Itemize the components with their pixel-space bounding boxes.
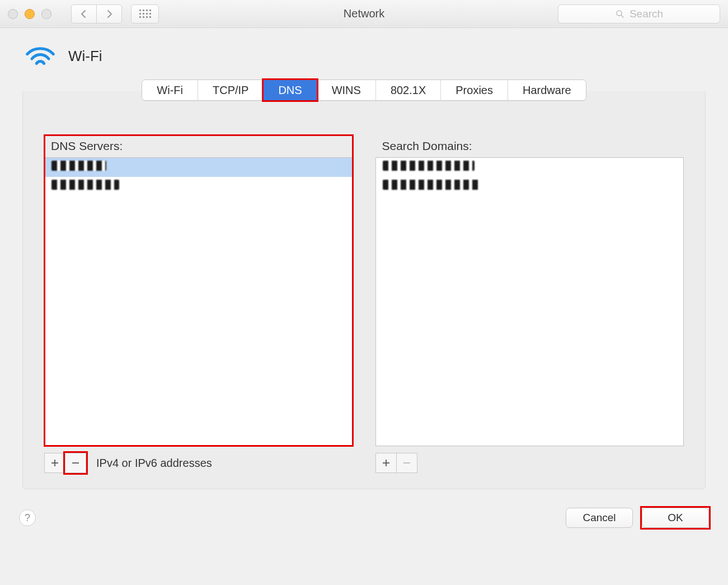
traffic-lights	[8, 9, 51, 19]
redacted-text	[383, 180, 480, 190]
search-domain-row[interactable]	[376, 177, 684, 196]
search-input[interactable]: Search	[558, 4, 720, 24]
search-placeholder: Search	[630, 8, 663, 20]
svg-point-0	[617, 11, 622, 16]
redacted-text	[383, 161, 475, 171]
dns-servers-column: DNS Servers: IPv4 or IPv6 addresses	[44, 135, 353, 473]
help-button[interactable]: ?	[19, 509, 36, 526]
search-domains-list[interactable]	[375, 157, 684, 446]
plus-icon	[50, 458, 59, 467]
search-domains-add-remove-group	[375, 453, 417, 473]
dns-servers-header: DNS Servers:	[44, 135, 353, 157]
cancel-button[interactable]: Cancel	[566, 508, 633, 528]
ok-button[interactable]: OK	[642, 508, 709, 528]
dns-panel: DNS Servers: IPv4 or IPv6 addresses	[22, 91, 706, 489]
dns-server-row[interactable]	[45, 177, 353, 196]
dns-footer-hint: IPv4 or IPv6 addresses	[96, 457, 212, 470]
dns-list-footer: IPv4 or IPv6 addresses	[44, 453, 353, 473]
back-button[interactable]	[71, 4, 97, 24]
annotation-highlight-remove-button	[63, 451, 88, 475]
tab-proxies[interactable]: Proxies	[441, 80, 508, 100]
search-domains-header: Search Domains:	[375, 135, 684, 157]
minus-icon	[71, 458, 80, 467]
tab-dns[interactable]: DNS	[264, 80, 317, 100]
add-dns-server-button[interactable]	[44, 453, 65, 473]
search-domains-footer	[375, 453, 684, 473]
redacted-text	[51, 161, 106, 171]
tab-hardware[interactable]: Hardware	[508, 80, 586, 100]
dns-add-remove-group	[44, 453, 86, 473]
segmented-tabs: Wi-FiTCP/IPDNSWINS802.1XProxiesHardware	[142, 79, 586, 101]
minimize-window-button[interactable]	[25, 9, 35, 19]
add-search-domain-button[interactable]	[375, 453, 397, 473]
tabstrip: Wi-FiTCP/IPDNSWINS802.1XProxiesHardware	[0, 79, 728, 101]
dns-server-row[interactable]	[45, 158, 353, 177]
remove-search-domain-button[interactable]	[396, 453, 417, 473]
plus-icon	[382, 458, 391, 467]
interface-name: Wi-Fi	[68, 48, 102, 65]
tab-802-1x[interactable]: 802.1X	[376, 80, 441, 100]
redacted-text	[51, 180, 119, 190]
tab-tcp-ip[interactable]: TCP/IP	[198, 80, 264, 100]
minus-icon	[402, 458, 411, 467]
search-domains-column: Search Domains:	[375, 135, 684, 473]
forward-button[interactable]	[96, 4, 122, 24]
wifi-icon	[25, 45, 56, 67]
remove-dns-server-button[interactable]	[65, 453, 86, 473]
search-domain-row[interactable]	[376, 158, 684, 177]
grid-icon	[139, 10, 151, 18]
nav-buttons	[71, 4, 159, 24]
dns-servers-list[interactable]	[44, 157, 353, 446]
tab-wins[interactable]: WINS	[317, 80, 376, 100]
svg-line-1	[621, 15, 623, 17]
titlebar: Network Search	[0, 0, 728, 28]
zoom-window-button[interactable]	[41, 9, 51, 19]
tab-wi-fi[interactable]: Wi-Fi	[142, 80, 198, 100]
close-window-button[interactable]	[8, 9, 18, 19]
chevron-left-icon	[79, 10, 88, 18]
chevron-right-icon	[105, 10, 114, 18]
annotation-highlight-dns-list	[44, 134, 354, 447]
search-icon	[615, 9, 625, 19]
show-all-prefs-button[interactable]	[131, 4, 159, 24]
footer: ? Cancel OK	[0, 499, 728, 541]
interface-header: Wi-Fi	[0, 28, 728, 79]
